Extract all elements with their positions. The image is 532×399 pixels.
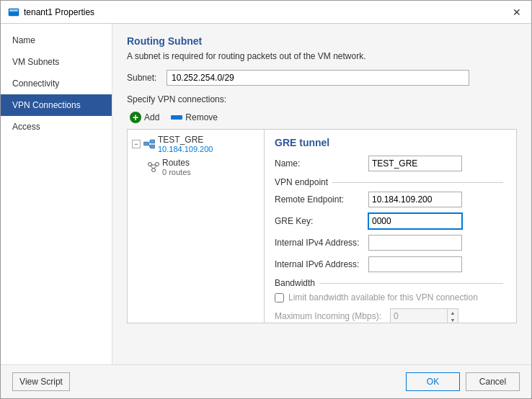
svg-rect-4 (150, 145, 155, 148)
add-label: Add (144, 112, 159, 122)
vpn-toolbar: + Add Remove (127, 110, 517, 125)
subnet-input[interactable] (167, 70, 469, 86)
max-incoming-input[interactable] (390, 308, 448, 323)
max-incoming-label: Maximum Incoming (Mbps): (275, 311, 390, 321)
properties-dialog: tenant1 Properties ✕ Name VM Subnets Con… (0, 0, 532, 399)
routing-subnet-title: Routing Subnet (127, 35, 517, 47)
tree-node-ip: 10.184.109.200 (158, 145, 213, 153)
window-icon (8, 6, 19, 18)
window-title: tenant1 Properties (24, 7, 94, 17)
sidebar-item-name[interactable]: Name (1, 30, 112, 51)
routes-count: 0 routes (162, 168, 191, 176)
limit-bandwidth-row: Limit bandwidth available for this VPN c… (275, 292, 503, 302)
internal-ipv6-input[interactable] (368, 256, 462, 272)
remote-endpoint-row: Remote Endpoint: (275, 192, 503, 207)
sidebar-item-access[interactable]: Access (1, 116, 112, 138)
gre-key-input[interactable] (368, 213, 462, 229)
tree-pane: − TEST_GRE 10.184.109.200 (128, 130, 265, 323)
internal-ipv4-row: Internal IPv4 Address: (275, 235, 503, 251)
split-pane: − TEST_GRE 10.184.109.200 (127, 129, 517, 323)
main-content: Routing Subnet A subnet is required for … (112, 24, 531, 364)
tree-toggle[interactable]: − (132, 140, 141, 148)
tree-node-routes[interactable]: Routes 0 routes (128, 156, 264, 179)
add-icon: + (130, 112, 141, 123)
detail-pane-inner: GRE tunnel Name: VPN endpoint Remote End… (275, 137, 506, 323)
name-label: Name: (275, 158, 368, 169)
tree-node-test-gre[interactable]: − TEST_GRE 10.184.109.200 (128, 133, 264, 156)
internal-ipv4-input[interactable] (368, 235, 462, 251)
cancel-button[interactable]: Cancel (466, 372, 520, 391)
name-row: Name: (275, 156, 503, 171)
gre-title: GRE tunnel (275, 137, 503, 148)
tree-node-name: TEST_GRE (158, 135, 213, 145)
gre-key-row: GRE Key: (275, 213, 503, 229)
svg-rect-3 (150, 140, 155, 143)
svg-rect-2 (143, 142, 148, 145)
svg-line-6 (148, 144, 150, 147)
sidebar-item-connectivity[interactable]: Connectivity (1, 73, 112, 94)
max-incoming-row: Maximum Incoming (Mbps): ▲ ▼ (275, 308, 503, 323)
svg-line-12 (154, 166, 156, 169)
svg-point-9 (152, 169, 156, 172)
footer-left: View Script (12, 372, 70, 391)
ok-button[interactable]: OK (406, 372, 460, 391)
name-input[interactable] (368, 156, 462, 171)
subnet-row: Subnet: (127, 70, 517, 86)
remote-endpoint-label: Remote Endpoint: (275, 194, 368, 205)
add-button[interactable]: + Add (127, 110, 162, 125)
spinner-buttons: ▲ ▼ (448, 308, 458, 323)
svg-point-7 (148, 163, 152, 166)
title-bar: tenant1 Properties ✕ (1, 1, 531, 24)
specify-vpn-label: Specify VPN connections: (127, 94, 517, 104)
svg-line-11 (151, 166, 153, 169)
remove-label: Remove (185, 112, 218, 122)
svg-point-8 (156, 163, 159, 166)
svg-rect-1 (9, 9, 18, 12)
close-button[interactable]: ✕ (510, 5, 524, 19)
remote-endpoint-input[interactable] (368, 192, 462, 207)
internal-ipv6-row: Internal IPv6 Address: (275, 256, 503, 272)
detail-pane: GRE tunnel Name: VPN endpoint Remote End… (265, 130, 516, 323)
routes-label: Routes (162, 158, 191, 168)
internal-ipv4-label: Internal IPv4 Address: (275, 238, 368, 248)
sidebar-item-vm-subnets[interactable]: VM Subnets (1, 51, 112, 73)
limit-bandwidth-checkbox[interactable] (275, 293, 284, 302)
subnet-label: Subnet: (127, 73, 167, 83)
title-bar-left: tenant1 Properties (8, 6, 94, 18)
spinner-up-button[interactable]: ▲ (448, 309, 458, 316)
sidebar: Name VM Subnets Connectivity VPN Connect… (1, 24, 112, 364)
internal-ipv6-label: Internal IPv6 Address: (275, 259, 368, 269)
remove-button[interactable]: Remove (168, 111, 221, 124)
footer-right: OK Cancel (406, 372, 520, 391)
svg-line-5 (148, 142, 150, 144)
routes-icon (148, 162, 159, 172)
sidebar-item-vpn-connections[interactable]: VPN Connections (1, 94, 112, 116)
remove-icon (171, 115, 182, 120)
spinner-down-button[interactable]: ▼ (448, 316, 458, 323)
routing-subnet-desc: A subnet is required for routing packets… (127, 51, 517, 61)
limit-bandwidth-label: Limit bandwidth available for this VPN c… (288, 292, 478, 302)
gre-key-label: GRE Key: (275, 216, 368, 226)
network-node-icon (143, 139, 155, 149)
view-script-button[interactable]: View Script (12, 372, 70, 391)
dialog-footer: View Script OK Cancel (1, 364, 531, 398)
vpn-endpoint-separator: VPN endpoint (275, 177, 503, 187)
dialog-body: Name VM Subnets Connectivity VPN Connect… (1, 24, 531, 364)
bandwidth-separator: Bandwidth (275, 278, 503, 288)
